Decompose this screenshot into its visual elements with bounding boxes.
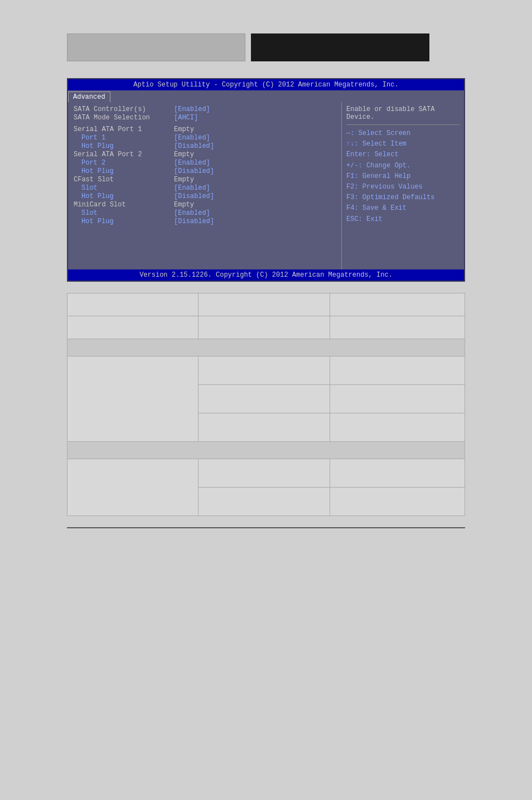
data-table-section: [67, 293, 465, 516]
full-row-cell-2: [67, 442, 465, 459]
cell-r2c2: [199, 316, 329, 339]
bios-key-hints: ↔: Select Screen ↑↓: Select Item Enter: …: [346, 128, 460, 225]
bios-row-minicard[interactable]: MiniCard Slot Empty: [74, 201, 336, 209]
bios-tabrow: Advanced: [68, 90, 464, 102]
key-hint-change: +/-: Change Opt.: [346, 161, 460, 171]
cell-tall-col1: [67, 356, 198, 401]
cell-r1c1: [67, 293, 198, 316]
port-1-value: [Enabled]: [174, 134, 210, 142]
key-hint-f3: F3: Optimized Defaults: [346, 192, 460, 203]
key-hint-esc: ESC: Exit: [346, 214, 460, 225]
cell-b-col1: [67, 459, 198, 504]
bios-row-hot-plug-minicard[interactable]: Hot Plug [Disabled]: [74, 218, 336, 225]
bios-row-hot-plug-cfast[interactable]: Hot Plug [Disabled]: [74, 192, 336, 200]
bios-row-cfast-slot[interactable]: CFast Slot Empty: [74, 176, 336, 184]
cell-t3c3: [330, 413, 465, 441]
bios-row-port-2[interactable]: Port 2 [Enabled]: [74, 159, 336, 167]
minicard-label: MiniCard Slot: [74, 201, 174, 209]
cell-r1c3: [330, 293, 465, 316]
bios-row-slot-minicard[interactable]: Slot [Enabled]: [74, 209, 336, 217]
serial-ata-2-label: Serial ATA Port 2: [74, 151, 174, 158]
cell-t1c3: [330, 356, 465, 384]
cfast-slot-label: CFast Slot: [74, 176, 174, 184]
top-header: [0, 0, 532, 67]
data-table: [67, 293, 465, 516]
hot-plug-1-label: Hot Plug: [74, 142, 174, 150]
bios-row-port-1[interactable]: Port 1 [Enabled]: [74, 134, 336, 142]
hot-plug-minicard-value: [Disabled]: [174, 218, 214, 225]
cell-b2c3: [330, 488, 465, 515]
hot-plug-2-label: Hot Plug: [74, 167, 174, 175]
bios-titlebar: Aptio Setup Utility - Copyright (C) 2012…: [68, 79, 464, 90]
cell-b1c3: [330, 459, 465, 487]
bios-row-hot-plug-2[interactable]: Hot Plug [Disabled]: [74, 167, 336, 175]
serial-ata-2-value: Empty: [174, 151, 194, 158]
key-hint-select-screen: ↔: Select Screen: [346, 128, 460, 139]
bios-row-sata-mode[interactable]: SATA Mode Selection [AHCI]: [74, 114, 336, 122]
bios-screen: Aptio Setup Utility - Copyright (C) 2012…: [67, 78, 465, 282]
bios-row-slot-cfast[interactable]: Slot [Enabled]: [74, 184, 336, 192]
serial-ata-1-label: Serial ATA Port 1: [74, 126, 174, 133]
cell-t3c2: [199, 413, 329, 441]
slot-minicard-label: Slot: [74, 209, 174, 217]
bios-row-serial-ata-2[interactable]: Serial ATA Port 2 Empty: [74, 151, 336, 158]
bios-footer-text: Version 2.15.1226. Copyright (C) 2012 Am…: [139, 271, 393, 279]
port-2-value: [Enabled]: [174, 159, 210, 167]
cell-b1c2: [199, 459, 329, 487]
table-row-full: [67, 442, 465, 459]
bios-footer: Version 2.15.1226. Copyright (C) 2012 Am…: [68, 269, 464, 281]
key-hint-select-item: ↑↓: Select Item: [346, 139, 460, 150]
slot-cfast-label: Slot: [74, 184, 174, 192]
bios-help-panel: Enable or disable SATA Device. ↔: Select…: [341, 102, 464, 269]
minicard-value: Empty: [174, 201, 194, 209]
hot-plug-cfast-label: Hot Plug: [74, 192, 174, 200]
header-left-bar: [67, 33, 245, 61]
cell-t2c2: [199, 385, 329, 413]
slot-minicard-value: [Enabled]: [174, 209, 210, 217]
table-row: [67, 316, 465, 339]
cell-r1c2: [199, 293, 329, 316]
bios-help-description: Enable or disable SATA Device.: [346, 105, 460, 121]
bios-row-sata-controllers[interactable]: SATA Controller(s) [Enabled]: [74, 105, 336, 113]
cell-t1c2: [199, 356, 329, 384]
hot-plug-1-value: [Disabled]: [174, 142, 214, 150]
full-row-cell-1: [67, 339, 465, 356]
hot-plug-2-value: [Disabled]: [174, 167, 214, 175]
bios-help-divider: [346, 124, 460, 125]
bios-row-serial-ata-1[interactable]: Serial ATA Port 1 Empty: [74, 126, 336, 133]
sata-mode-value: [AHCI]: [174, 114, 198, 122]
port-1-label: Port 1: [74, 134, 174, 142]
cell-r2c1: [67, 316, 198, 339]
table-row-full: [67, 339, 465, 356]
cfast-slot-value: Empty: [174, 176, 194, 184]
bottom-divider: [67, 527, 465, 528]
bios-content: SATA Controller(s) [Enabled] SATA Mode S…: [68, 102, 464, 269]
serial-ata-1-value: Empty: [174, 126, 194, 133]
bios-tab-advanced[interactable]: Advanced: [68, 91, 110, 102]
header-right-bar: [251, 33, 429, 61]
sata-mode-label: SATA Mode Selection: [74, 114, 174, 122]
table-row: [67, 356, 465, 385]
key-hint-f1: F1: General Help: [346, 171, 460, 182]
hot-plug-minicard-label: Hot Plug: [74, 218, 174, 225]
key-hint-enter: Enter: Select: [346, 150, 460, 160]
sata-controllers-value: [Enabled]: [174, 105, 210, 113]
key-hint-f2: F2: Previous Values: [346, 182, 460, 192]
hot-plug-cfast-value: [Disabled]: [174, 192, 214, 200]
key-hint-f4: F4: Save & Exit: [346, 203, 460, 214]
slot-cfast-value: [Enabled]: [174, 184, 210, 192]
cell-t2c3: [330, 385, 465, 413]
cell-r2c3: [330, 316, 465, 339]
table-row: [67, 293, 465, 316]
port-2-label: Port 2: [74, 159, 174, 167]
bios-settings-panel: SATA Controller(s) [Enabled] SATA Mode S…: [68, 102, 341, 269]
bios-title-text: Aptio Setup Utility - Copyright (C) 2012…: [133, 81, 398, 89]
bios-row-hot-plug-1[interactable]: Hot Plug [Disabled]: [74, 142, 336, 150]
cell-b2c2: [199, 488, 329, 515]
sata-controllers-label: SATA Controller(s): [74, 105, 174, 113]
table-row: [67, 459, 465, 488]
